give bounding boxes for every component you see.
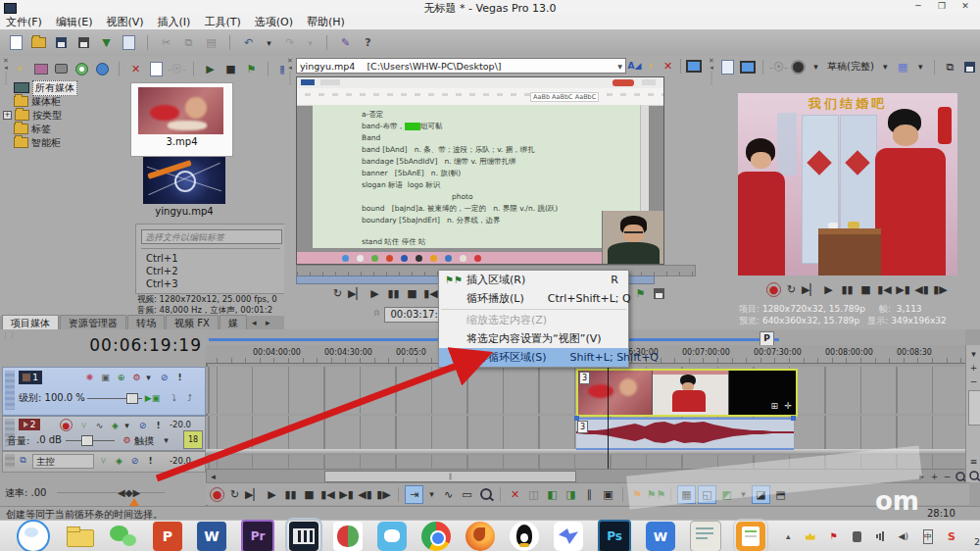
split-icon[interactable]: ∥ bbox=[581, 486, 598, 503]
pause-icon[interactable]: ▮▮ bbox=[282, 486, 299, 503]
record-icon[interactable]: ● bbox=[766, 282, 781, 297]
close-button[interactable]: ✕ bbox=[955, 1, 976, 11]
mute-icon[interactable]: ⊘ bbox=[158, 371, 171, 383]
tab-explorer[interactable]: 资源管理器 bbox=[60, 315, 126, 331]
prev-frame-icon[interactable]: ◀▮ bbox=[357, 486, 373, 503]
make-child-icon[interactable]: ⤵ bbox=[168, 391, 180, 404]
import-media-icon[interactable]: ▼ bbox=[98, 34, 115, 51]
edit-tool-dropdown-icon[interactable]: ▾ bbox=[425, 488, 438, 501]
fx-dropdown-icon[interactable]: ▾ bbox=[121, 419, 133, 431]
tree-item-tags[interactable]: 标签 bbox=[14, 123, 102, 135]
delete-icon[interactable]: ✕ bbox=[507, 486, 523, 503]
media-app-icon[interactable] bbox=[377, 522, 407, 551]
format-factory-icon[interactable] bbox=[333, 522, 363, 551]
arm-record-icon[interactable]: ● bbox=[60, 419, 73, 431]
external-monitor-icon[interactable] bbox=[739, 59, 756, 75]
loop-playback-icon[interactable]: ↻ bbox=[783, 281, 800, 298]
volume-slider-handle[interactable] bbox=[81, 435, 93, 446]
combobox-dropdown-icon[interactable]: ▾ bbox=[617, 61, 622, 72]
av-streams-icon[interactable]: A◢ bbox=[626, 58, 643, 75]
event-handle[interactable] bbox=[574, 416, 579, 421]
input-method-icon[interactable] bbox=[853, 530, 861, 543]
tab-video-fx[interactable]: 视频 FX bbox=[166, 315, 219, 331]
wechat-icon[interactable] bbox=[109, 522, 138, 551]
powerpoint-icon[interactable]: P bbox=[153, 522, 182, 551]
chrome-icon[interactable] bbox=[421, 522, 451, 551]
track-phase-icon[interactable]: ⑂ bbox=[77, 419, 90, 431]
panel-dock-grip[interactable]: ✕◂⋮⋮ bbox=[1, 58, 11, 85]
loop-playback-icon[interactable]: ↻ bbox=[329, 285, 346, 302]
quality-dropdown-icon[interactable]: ▾ bbox=[809, 61, 822, 74]
zoom-out-track-icon[interactable]: − bbox=[967, 375, 980, 387]
play-icon[interactable]: ▶ bbox=[820, 281, 837, 298]
tree-item-all-media[interactable]: 所有媒体 bbox=[14, 81, 102, 94]
menu-view[interactable]: 视图(V) bbox=[106, 15, 143, 29]
tab-project-media[interactable]: 项目媒体 bbox=[2, 315, 59, 331]
premiere-icon[interactable]: Pr bbox=[241, 520, 274, 551]
track-fx-icon[interactable]: ▣ bbox=[99, 371, 112, 383]
play-icon[interactable]: ▶ bbox=[367, 285, 383, 302]
project-properties-icon[interactable] bbox=[121, 34, 137, 51]
menu-item-insert-region[interactable]: ⚑⚑ 插入区域(R) R bbox=[439, 271, 628, 289]
video-track-header[interactable]: 1 ✺ ▣ ⊕ ⚙ ▾ ⊘ ! 级别: 100.0 % ▶▣ ⤵ ⤴ bbox=[2, 367, 206, 416]
next-frame-icon[interactable]: ▮▶ bbox=[932, 281, 949, 298]
track-motion-icon[interactable]: ✺ bbox=[83, 371, 96, 383]
menu-file[interactable]: 文件(F) bbox=[6, 15, 42, 29]
tree-item-smart-bins[interactable]: 智能柜 bbox=[14, 136, 102, 149]
split-screen-icon[interactable]: -⦿- bbox=[770, 59, 787, 75]
event-handle[interactable] bbox=[791, 416, 796, 421]
shortcut-item[interactable]: Ctrl+3 bbox=[146, 277, 178, 290]
record-icon[interactable]: ● bbox=[210, 487, 224, 502]
play-icon[interactable]: ▶ bbox=[264, 486, 280, 503]
go-to-start-icon[interactable]: ▮◀ bbox=[319, 486, 336, 503]
trim-icon[interactable]: ◫ bbox=[525, 486, 542, 503]
network-signal-icon[interactable] bbox=[876, 530, 884, 543]
stop-preview-icon[interactable]: ■ bbox=[222, 61, 239, 77]
trim-end-icon[interactable]: ◨ bbox=[563, 486, 579, 503]
event-pan-crop-icon[interactable]: ⊞ bbox=[770, 401, 778, 411]
sogou-icon[interactable]: S bbox=[948, 530, 956, 543]
automation-mode-label[interactable]: 触摸 bbox=[134, 434, 154, 448]
solo-icon[interactable]: ! bbox=[173, 371, 186, 383]
copy-icon[interactable]: ⧉ bbox=[180, 34, 197, 51]
scrollbar-thumb[interactable]: ∥ bbox=[324, 471, 576, 482]
tabs-scroll-right-icon[interactable]: ▸ bbox=[262, 317, 274, 329]
tree-item-by-type[interactable]: + 按类型 bbox=[14, 109, 102, 122]
go-to-start-icon[interactable]: ▮◀ bbox=[876, 281, 893, 298]
capture-video-icon[interactable] bbox=[32, 61, 49, 77]
zoom-in-track-icon[interactable]: + bbox=[967, 361, 980, 374]
play-from-start-icon[interactable]: ▶▏ bbox=[802, 281, 818, 298]
zoom-edit-tool-icon[interactable] bbox=[477, 486, 494, 503]
trimmer-close-media-icon[interactable]: ✕ bbox=[660, 58, 676, 75]
open-project-icon[interactable] bbox=[30, 34, 47, 51]
panel-dock-grip[interactable]: ✕◂⋮⋮ bbox=[707, 58, 716, 85]
security-flag-icon[interactable]: ⚑ bbox=[830, 530, 838, 543]
trimmer-save-markers-icon[interactable] bbox=[651, 285, 667, 302]
play-from-start-icon[interactable]: ▶▏ bbox=[348, 285, 365, 302]
file-explorer-icon[interactable] bbox=[65, 522, 94, 551]
master-fx-icon[interactable]: ◈ bbox=[113, 454, 125, 467]
tab-transitions[interactable]: 转场 bbox=[127, 315, 165, 331]
copy-snapshot-icon[interactable]: ⧉ bbox=[942, 59, 958, 75]
trimmer-region-flag-icon[interactable]: ⚑ bbox=[632, 285, 649, 302]
import-media-icon[interactable] bbox=[12, 61, 28, 77]
zoom-in-time-icon[interactable]: + bbox=[928, 470, 941, 482]
media-fx-icon[interactable]: -⦿- bbox=[169, 61, 185, 77]
wps-icon[interactable]: W bbox=[646, 522, 675, 551]
rate-scrub-handle[interactable]: ◀◆▶ bbox=[118, 487, 140, 498]
loop-playback-icon[interactable]: ↻ bbox=[226, 486, 243, 503]
gear-dropdown-icon[interactable]: ▾ bbox=[142, 371, 155, 383]
video-event-clip[interactable]: ⊞ ✛ 3 bbox=[576, 369, 798, 417]
selection-tool-icon[interactable]: ▭ bbox=[459, 486, 475, 503]
timeline-vscrollbar[interactable]: ▾ + − ≡ bbox=[965, 345, 980, 482]
track-grip[interactable] bbox=[5, 454, 15, 468]
ime-zh-icon[interactable]: 中 bbox=[923, 529, 933, 544]
level-slider-handle[interactable] bbox=[126, 393, 138, 404]
track-height-icon[interactable]: ≡ bbox=[967, 455, 980, 468]
normal-edit-tool-icon[interactable]: ⇥ bbox=[405, 485, 423, 504]
go-to-start-icon[interactable]: ▮◀ bbox=[422, 285, 439, 302]
preview-quality-icon[interactable] bbox=[790, 59, 807, 75]
lock-icon[interactable]: ▣ bbox=[600, 486, 616, 503]
pause-icon[interactable]: ▮▮ bbox=[385, 285, 402, 302]
volume-icon[interactable]: ◀) bbox=[899, 530, 908, 543]
